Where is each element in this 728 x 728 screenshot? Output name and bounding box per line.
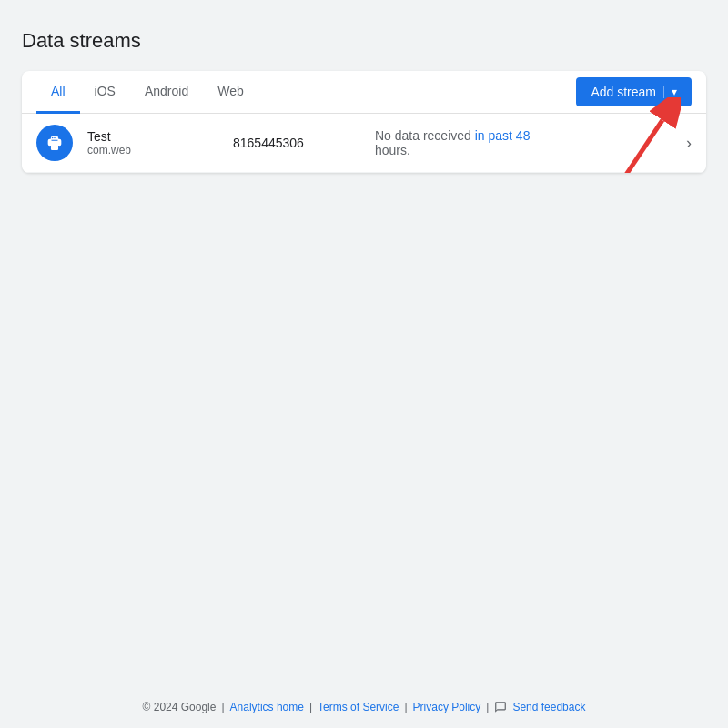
- separator-3: |: [404, 701, 407, 713]
- status-highlight: in past 48: [475, 128, 531, 143]
- stream-id: 8165445306: [233, 136, 360, 150]
- tab-all[interactable]: All: [36, 71, 80, 114]
- feedback-icon: [494, 700, 509, 713]
- stream-name: Test: [87, 129, 233, 144]
- tab-android[interactable]: Android: [130, 71, 203, 114]
- copyright: © 2024 Google: [143, 701, 217, 713]
- terms-of-service-link[interactable]: Terms of Service: [318, 701, 399, 713]
- stream-domain: com.web: [87, 144, 233, 157]
- send-feedback-link[interactable]: Send feedback: [512, 701, 585, 713]
- stream-icon: [36, 125, 73, 161]
- page-title: Data streams: [22, 29, 706, 53]
- analytics-home-link[interactable]: Analytics home: [230, 701, 304, 713]
- chevron-right-icon[interactable]: ›: [686, 134, 692, 153]
- separator-1: |: [221, 701, 224, 713]
- separator-2: |: [309, 701, 312, 713]
- android-icon: [45, 133, 65, 153]
- stream-row[interactable]: Test com.web 8165445306 No data received…: [22, 114, 706, 173]
- footer: © 2024 Google | Analytics home | Terms o…: [0, 685, 728, 728]
- svg-point-0: [51, 136, 52, 136]
- add-stream-label: Add stream: [591, 85, 656, 99]
- privacy-policy-link[interactable]: Privacy Policy: [413, 701, 481, 713]
- dropdown-arrow-icon: ▾: [663, 86, 677, 98]
- svg-point-1: [57, 136, 58, 136]
- stream-status: No data received in past 48hours.: [375, 128, 686, 157]
- stream-info: Test com.web: [87, 129, 233, 157]
- tabs-container: All iOS Android Web: [36, 71, 576, 113]
- stream-list: Test com.web 8165445306 No data received…: [22, 114, 706, 173]
- tab-ios[interactable]: iOS: [80, 71, 130, 114]
- add-stream-button[interactable]: Add stream ▾: [576, 77, 692, 106]
- tab-web[interactable]: Web: [203, 71, 258, 114]
- tabs-row: All iOS Android Web Add stream ▾: [22, 71, 706, 114]
- separator-4: |: [486, 701, 489, 713]
- data-streams-card: All iOS Android Web Add stream ▾: [22, 71, 706, 173]
